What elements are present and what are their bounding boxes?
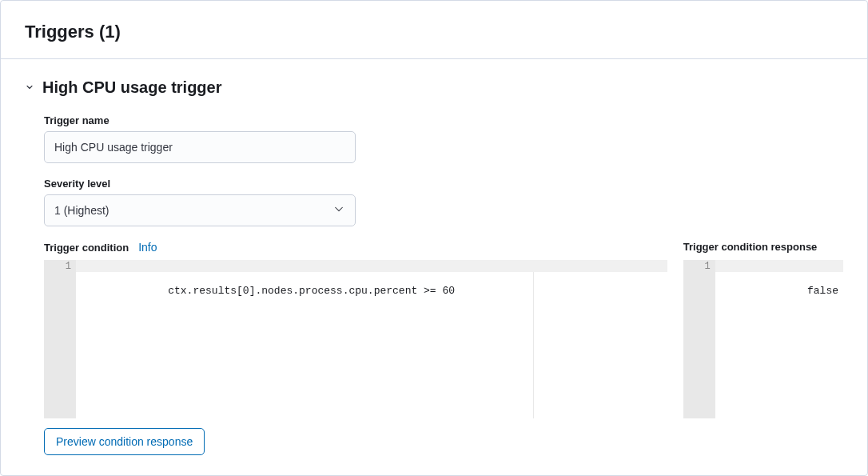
editor-gutter: 1 (44, 260, 76, 418)
triggers-panel-title: Triggers (1) (1, 17, 867, 59)
info-link[interactable]: Info (138, 241, 157, 254)
trigger-condition-response-editor: 1 false (683, 260, 843, 418)
trigger-name-input[interactable] (44, 131, 356, 163)
chevron-down-icon (25, 81, 34, 95)
severity-level-select[interactable]: 1 (Highest) (44, 194, 356, 226)
trigger-condition-label: Trigger condition (44, 242, 129, 254)
editor-gutter: 1 (683, 260, 715, 418)
condition-code-text: ctx.results[0].nodes.process.cpu.percent… (168, 285, 455, 297)
preview-condition-response-button[interactable]: Preview condition response (44, 428, 205, 455)
severity-level-label: Severity level (44, 178, 843, 190)
response-value-text: false (807, 285, 838, 297)
trigger-condition-response-label: Trigger condition response (683, 241, 818, 253)
trigger-heading: High CPU usage trigger (42, 78, 221, 97)
trigger-accordion-header[interactable]: High CPU usage trigger (25, 78, 843, 97)
trigger-name-label: Trigger name (44, 114, 843, 126)
trigger-condition-editor[interactable]: 1 ctx.results[0].nodes.process.cpu.perce… (44, 260, 667, 418)
